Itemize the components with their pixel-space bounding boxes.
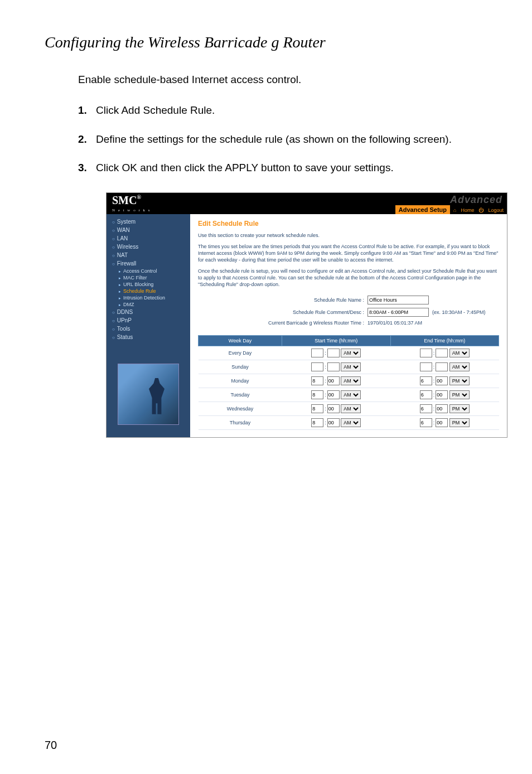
colon: :: [433, 406, 435, 412]
step-text: Define the settings for the schedule rul…: [96, 132, 487, 147]
col-start: Start Time (hh:mm): [282, 335, 391, 346]
start-time-ampm-select[interactable]: AM: [341, 362, 361, 371]
end-time-cell: : PM: [390, 374, 499, 388]
nav-system[interactable]: System: [107, 217, 190, 226]
start-time-cell: : AM: [282, 360, 391, 374]
colon: :: [325, 378, 326, 384]
start-time-ampm-select[interactable]: AM: [341, 349, 361, 357]
table-row: Sunday: AM: AM: [199, 360, 499, 374]
table-row: Thursday: AM: PM: [199, 415, 499, 429]
table-row: Every Day: AM: AM: [199, 346, 499, 360]
content-heading: Edit Schedule Rule: [198, 220, 499, 228]
day-label: Every Day: [199, 346, 282, 360]
day-label: Wednesday: [199, 401, 282, 415]
rule-name-input[interactable]: [367, 296, 429, 304]
end-time-cell: : AM: [390, 360, 499, 374]
nav-url-blocking[interactable]: URL Blocking: [107, 281, 190, 288]
nav-status[interactable]: Status: [107, 333, 190, 341]
nav-wan[interactable]: WAN: [107, 226, 190, 234]
end-time-ampm-select[interactable]: PM: [449, 390, 470, 399]
start-time-ampm-select[interactable]: AM: [341, 418, 361, 427]
colon: :: [325, 392, 326, 398]
col-end: End Time (hh:mm): [390, 335, 499, 346]
start-time-hour-input[interactable]: [311, 376, 323, 385]
end-time-hour-input[interactable]: [420, 404, 432, 413]
start-time-cell: : AM: [282, 401, 391, 415]
end-time-cell: : PM: [390, 388, 499, 401]
start-time-ampm-select[interactable]: AM: [341, 404, 361, 413]
step-text: Click OK and then click the APPLY button…: [96, 160, 487, 176]
end-time-minute-input[interactable]: [436, 362, 448, 371]
colon: :: [325, 364, 326, 370]
logout-link[interactable]: Logout: [488, 207, 504, 213]
nav-wireless[interactable]: Wireless: [107, 243, 190, 251]
colon: :: [325, 350, 326, 356]
sidebar-nav: System WAN LAN Wireless NAT Firewall Acc…: [107, 214, 190, 437]
nav-lan[interactable]: LAN: [107, 234, 190, 243]
start-time-hour-input[interactable]: [311, 349, 323, 357]
start-time-cell: : AM: [282, 388, 391, 401]
nav-access-control[interactable]: Access Control: [107, 268, 190, 274]
colon: :: [325, 420, 326, 425]
end-time-cell: : PM: [390, 415, 499, 429]
start-time-ampm-select[interactable]: AM: [341, 376, 361, 385]
end-time-hour-input[interactable]: [420, 376, 432, 385]
schedule-table: Week Day Start Time (hh:mm) End Time (hh…: [198, 335, 499, 430]
step-num: 2.: [78, 132, 96, 147]
home-icon: ⌂: [453, 207, 456, 213]
sidebar-illustration: [118, 364, 179, 425]
end-time-ampm-select[interactable]: PM: [449, 418, 470, 427]
nav-dmz[interactable]: DMZ: [107, 301, 190, 308]
end-time-cell: : AM: [390, 346, 499, 360]
start-time-cell: : AM: [282, 346, 391, 360]
nav-nat[interactable]: NAT: [107, 251, 190, 259]
start-time-minute-input[interactable]: [327, 349, 340, 357]
page-number: 70: [45, 739, 57, 752]
end-time-minute-input[interactable]: [436, 376, 448, 385]
rule-comment-input[interactable]: [367, 308, 429, 317]
router-screenshot: SMC® N e t w o r k s Advanced Advanced S…: [106, 192, 507, 438]
colon: :: [433, 378, 435, 384]
table-row: Monday: AM: PM: [199, 374, 499, 388]
nav-tools[interactable]: Tools: [107, 325, 190, 333]
nav-firewall[interactable]: Firewall: [107, 259, 190, 268]
start-time-minute-input[interactable]: [327, 404, 340, 413]
start-time-minute-input[interactable]: [327, 362, 340, 371]
end-time-hour-input[interactable]: [420, 349, 432, 357]
end-time-hour-input[interactable]: [420, 390, 432, 399]
end-time-ampm-select[interactable]: PM: [449, 376, 470, 385]
label-rule-name: Schedule Rule Name :: [247, 297, 364, 303]
end-time-minute-input[interactable]: [436, 349, 448, 357]
end-time-hour-input[interactable]: [420, 418, 432, 427]
colon: :: [433, 392, 435, 398]
content-p3: Once the schedule rule is setup, you wil…: [198, 268, 499, 288]
logout-icon: ⏻: [478, 207, 483, 213]
start-time-hour-input[interactable]: [311, 418, 323, 427]
nav-upnp[interactable]: UPnP: [107, 316, 190, 325]
banner-ghost-text: Advanced: [450, 194, 502, 206]
start-time-hour-input[interactable]: [311, 404, 323, 413]
content-p1: Use this section to create your network …: [198, 232, 499, 239]
end-time-minute-input[interactable]: [436, 418, 448, 427]
end-time-ampm-select[interactable]: AM: [449, 362, 470, 371]
nav-ddns[interactable]: DDNS: [107, 308, 190, 316]
nav-schedule-rule[interactable]: Schedule Rule: [107, 288, 190, 294]
home-link[interactable]: Home: [461, 207, 474, 213]
start-time-cell: : AM: [282, 374, 391, 388]
end-time-minute-input[interactable]: [436, 390, 448, 399]
nav-mac-filter[interactable]: MAC Filter: [107, 274, 190, 281]
nav-intrusion-detection[interactable]: Intrusion Detection: [107, 294, 190, 301]
start-time-minute-input[interactable]: [327, 418, 340, 427]
end-time-hour-input[interactable]: [420, 362, 432, 371]
start-time-hour-input[interactable]: [311, 362, 323, 371]
end-time-minute-input[interactable]: [436, 404, 448, 413]
step-text: Click Add Schedule Rule.: [96, 103, 487, 118]
end-time-ampm-select[interactable]: AM: [449, 349, 470, 357]
label-current-time: Current Barricade g Wireless Router Time…: [247, 320, 364, 326]
end-time-ampm-select[interactable]: PM: [449, 404, 470, 413]
start-time-hour-input[interactable]: [311, 390, 323, 399]
start-time-minute-input[interactable]: [327, 390, 340, 399]
day-label: Tuesday: [199, 388, 282, 401]
start-time-ampm-select[interactable]: AM: [341, 390, 361, 399]
start-time-minute-input[interactable]: [327, 376, 340, 385]
